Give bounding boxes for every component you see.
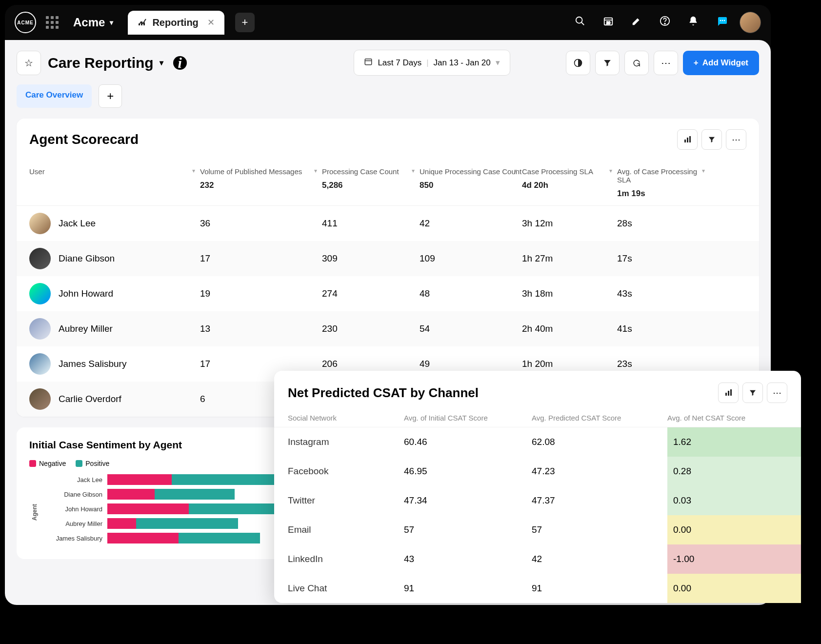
filter-button[interactable] <box>595 51 620 75</box>
cell-proc: 309 <box>322 253 420 264</box>
total-volume: 232 <box>200 181 322 190</box>
user-name: John Howard <box>59 288 113 299</box>
bar[interactable] <box>107 503 277 514</box>
brand-switcher[interactable]: Acme ▾ <box>73 16 113 29</box>
app-launcher-icon[interactable] <box>46 16 59 29</box>
date-label: Last 7 Days <box>378 58 421 68</box>
col-predicted-csat[interactable]: Avg. Predicted CSAT Score <box>532 414 667 422</box>
col-processing[interactable]: Processing Case Count <box>322 167 420 176</box>
total-proc: 5,286 <box>322 181 420 190</box>
filter-button[interactable] <box>742 382 763 403</box>
cell-sla: 3h 18m <box>522 288 617 299</box>
table-row[interactable]: Facebook 46.95 47.23 0.28 <box>274 457 801 486</box>
y-axis-label: Agent <box>31 504 38 521</box>
bar-negative <box>107 503 189 514</box>
cell-initial: 91 <box>404 583 532 594</box>
chevron-down-icon: ▾ <box>702 167 705 174</box>
calendar-icon[interactable]: 20 <box>603 16 614 29</box>
refresh-button[interactable] <box>624 51 649 75</box>
cell-initial: 57 <box>404 524 532 535</box>
user-name: Aubrey Miller <box>59 323 113 334</box>
legend-negative: Negative <box>29 460 66 467</box>
table-row[interactable]: Instagram 60.46 62.08 1.62 <box>274 427 801 457</box>
cell-proc: 411 <box>322 218 420 229</box>
bar-label: Aubrey Miller <box>44 520 102 527</box>
chevron-down-icon: ▾ <box>609 167 612 174</box>
close-icon[interactable]: ✕ <box>207 17 215 28</box>
bar[interactable] <box>107 489 277 500</box>
add-tab-button[interactable]: + <box>235 13 255 32</box>
chat-icon[interactable] <box>716 15 728 30</box>
svg-rect-0 <box>139 23 140 25</box>
bar-positive <box>172 474 277 485</box>
bar[interactable] <box>107 518 277 529</box>
table-row[interactable]: Email 57 57 0.00 <box>274 515 801 544</box>
add-subtab-button[interactable]: + <box>99 84 122 108</box>
csat-popup: Net Predicted CSAT by Channel ⋯ Social N… <box>274 371 801 603</box>
help-icon[interactable] <box>660 16 670 29</box>
col-user[interactable]: User <box>29 167 200 176</box>
legend-positive: Positive <box>76 460 109 467</box>
table-row[interactable]: John Howard 19 274 48 3h 18m 43s <box>17 276 759 311</box>
avatar <box>29 248 51 269</box>
col-net-csat[interactable]: Avg. of Net CSAT Score <box>667 414 787 422</box>
col-unique[interactable]: Unique Processing Case Count <box>420 167 522 176</box>
col-initial-csat[interactable]: Avg. of Initial CSAT Score <box>404 414 532 422</box>
bar[interactable] <box>107 533 277 543</box>
info-icon[interactable]: i <box>173 56 187 70</box>
favorite-button[interactable]: ☆ <box>17 51 41 75</box>
filter-button[interactable] <box>701 129 722 150</box>
bar-row: Jack Lee <box>44 474 277 485</box>
edit-icon[interactable] <box>631 16 642 29</box>
cell-uniq: 54 <box>420 323 522 334</box>
cell-net: -1.00 <box>667 544 801 574</box>
svg-rect-20 <box>728 391 729 396</box>
legend-neg-label: Negative <box>39 460 66 467</box>
bar-label: James Salisbury <box>44 535 102 542</box>
more-button[interactable]: ⋯ <box>726 129 746 150</box>
contrast-button[interactable] <box>566 51 590 75</box>
cell-uniq: 42 <box>420 218 522 229</box>
cell-net: 0.03 <box>667 486 801 515</box>
subtab-care-overview[interactable]: Care Overview <box>17 84 92 108</box>
brand-logo[interactable]: ACME <box>15 12 36 33</box>
cell-net: 0.00 <box>667 574 801 603</box>
svg-rect-2 <box>143 22 145 25</box>
table-row[interactable]: LinkedIn 43 42 -1.00 <box>274 544 801 574</box>
cell-avg: 23s <box>617 359 710 369</box>
col-social-network[interactable]: Social Network <box>288 414 404 422</box>
chart-type-button[interactable] <box>677 129 698 150</box>
svg-line-4 <box>581 22 584 25</box>
more-button[interactable]: ⋯ <box>767 382 787 403</box>
bell-icon[interactable] <box>688 16 699 29</box>
table-row[interactable]: Twitter 47.34 47.37 0.03 <box>274 486 801 515</box>
table-row[interactable]: Jack Lee 36 411 42 3h 12m 28s <box>17 206 759 241</box>
bar-row: Aubrey Miller <box>44 518 277 529</box>
more-button[interactable]: ⋯ <box>654 51 678 75</box>
date-range-selector[interactable]: Last 7 Days | Jan 13 - Jan 20 ▾ <box>354 50 510 76</box>
brand-logo-text: ACME <box>17 20 33 25</box>
table-row[interactable]: Aubrey Miller 13 230 54 2h 40m 41s <box>17 311 759 346</box>
bar-row: James Salisbury <box>44 533 277 543</box>
chevron-down-icon[interactable]: ▾ <box>160 58 163 67</box>
col-avg[interactable]: Avg. of Case Processing SLA <box>617 167 710 184</box>
col-sla[interactable]: Case Processing SLA <box>522 167 617 176</box>
tab-reporting[interactable]: Reporting ✕ <box>128 11 224 35</box>
cell-sla: 2h 40m <box>522 323 617 334</box>
table-row[interactable]: Live Chat 91 91 0.00 <box>274 574 801 603</box>
chart-type-button[interactable] <box>718 382 739 403</box>
cell-sla: 3h 12m <box>522 218 617 229</box>
search-icon[interactable] <box>575 16 585 29</box>
bar[interactable] <box>107 474 277 485</box>
user-avatar[interactable] <box>740 12 761 33</box>
cell-predicted: 47.23 <box>532 466 667 477</box>
cell-network: Twitter <box>288 495 404 506</box>
cell-network: Email <box>288 524 404 535</box>
user-name: Jack Lee <box>59 218 96 229</box>
col-volume[interactable]: Volume of Published Messages <box>200 167 322 176</box>
avatar <box>29 213 51 234</box>
svg-rect-18 <box>689 136 691 142</box>
add-widget-button[interactable]: + Add Widget <box>683 51 759 75</box>
page-title: Care Reporting ▾ i <box>48 55 187 71</box>
table-row[interactable]: Diane Gibson 17 309 109 1h 27m 17s <box>17 241 759 276</box>
